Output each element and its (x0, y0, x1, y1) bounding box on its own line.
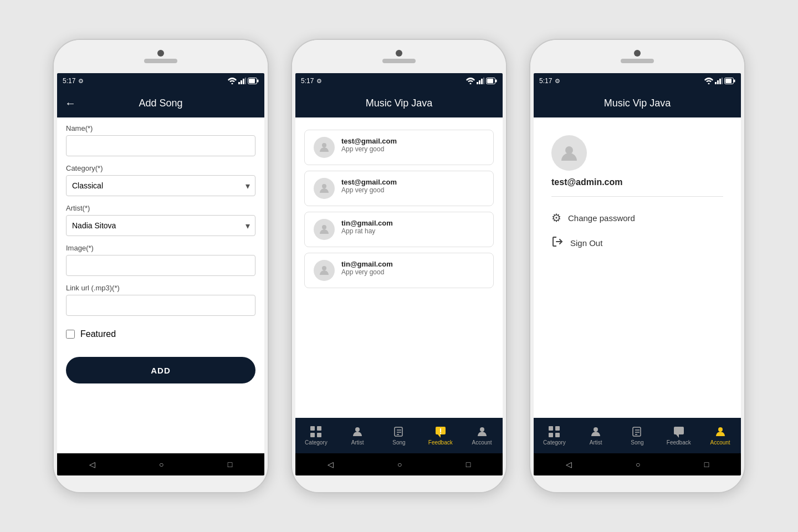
home-sys-btn-3[interactable]: ○ (636, 460, 640, 469)
app-bar-2: Music Vip Java (295, 89, 503, 117)
nav-artist-2[interactable]: Artist (337, 418, 378, 453)
app-title-3: Music Vip Java (604, 98, 671, 109)
image-group: Image(*) (66, 244, 255, 276)
svg-rect-11 (481, 79, 483, 84)
linkurl-group: Link url (.mp3)(*) (66, 284, 255, 316)
phone-3: 5:17 ⚙ (529, 39, 745, 493)
nav-account-label-3: Account (710, 439, 730, 446)
name-label: Name(*) (66, 124, 255, 132)
nav-artist-3[interactable]: Artist (575, 418, 617, 453)
grid-icon-3 (548, 426, 560, 438)
nav-category-label-3: Category (543, 439, 566, 446)
back-button-1[interactable]: ← (65, 97, 76, 110)
phone-1: 5:17 ⚙ (53, 39, 269, 493)
svg-point-0 (232, 83, 233, 85)
nav-account-label-2: Account (472, 439, 492, 446)
artist-group: Artist(*) Nadia Sitova Artist 2 Artist 3… (66, 204, 255, 236)
featured-row: Featured (66, 324, 255, 345)
featured-checkbox[interactable] (66, 330, 75, 339)
nav-song-3[interactable]: Song (617, 418, 658, 453)
add-button[interactable]: ADD (66, 357, 255, 383)
back-sys-btn-1[interactable]: ◁ (89, 460, 95, 469)
svg-rect-23 (317, 433, 321, 437)
svg-rect-40 (725, 79, 732, 83)
feedback-item-2: tin@gmail.com App rat hay (304, 212, 494, 247)
category-select-wrapper: Classical Pop Rock Jazz ▾ (66, 175, 255, 196)
svg-marker-30 (438, 434, 441, 438)
svg-rect-14 (487, 79, 493, 83)
account-content: test@admin.com ⚙ Change password Sign Ou… (534, 117, 741, 418)
nav-feedback-2[interactable]: Feedback (420, 418, 461, 453)
nav-account-3[interactable]: Account (699, 418, 741, 453)
svg-rect-46 (555, 433, 560, 437)
nav-category-2[interactable]: Category (295, 418, 337, 453)
feedback-msg-3: App very good (341, 268, 393, 276)
linkurl-input[interactable] (66, 295, 255, 316)
recents-sys-btn-3[interactable]: □ (704, 460, 709, 469)
signal-icon-1 (238, 78, 246, 84)
phone-top-1 (54, 40, 268, 73)
nav-feedback-3[interactable]: Feedback (658, 418, 699, 453)
person-icon-2 (351, 426, 364, 438)
name-input[interactable] (66, 135, 255, 156)
account-icon-3 (714, 426, 727, 438)
svg-rect-36 (717, 80, 719, 84)
category-label: Category(*) (66, 164, 255, 172)
signal-icon-3 (715, 78, 723, 84)
sign-out-option[interactable]: Sign Out (551, 230, 723, 256)
time-1: 5:17 (63, 77, 75, 85)
nav-feedback-label-3: Feedback (667, 439, 691, 446)
nav-artist-label-3: Artist (590, 439, 602, 446)
svg-point-8 (470, 83, 472, 85)
time-3: 5:17 (539, 77, 552, 85)
screen-2: 5:17 ⚙ (295, 73, 503, 475)
feedback-email-1: test@gmail.com (341, 178, 397, 186)
form-content: Name(*) Category(*) Classical Pop Rock J… (57, 117, 264, 453)
feedback-avatar-3 (314, 260, 335, 281)
nav-feedback-label-2: Feedback (428, 439, 453, 446)
artist-label: Artist(*) (66, 204, 255, 212)
feedback-email-0: test@gmail.com (341, 137, 397, 145)
svg-rect-12 (483, 78, 484, 84)
speaker-1 (144, 59, 177, 63)
nav-category-3[interactable]: Category (534, 418, 575, 453)
account-section: test@admin.com ⚙ Change password Sign Ou… (543, 124, 732, 267)
gear-icon-1: ⚙ (78, 78, 84, 85)
svg-rect-6 (249, 79, 255, 83)
category-select[interactable]: Classical Pop Rock Jazz (66, 175, 255, 196)
account-icon-2 (476, 426, 488, 438)
nav-account-2[interactable]: Account (461, 418, 503, 453)
svg-rect-32 (440, 433, 441, 434)
recents-sys-btn-1[interactable]: □ (228, 460, 232, 469)
image-input[interactable] (66, 255, 255, 276)
svg-point-17 (322, 184, 326, 188)
recents-sys-btn-2[interactable]: □ (466, 460, 470, 469)
home-sys-btn-1[interactable]: ○ (159, 460, 163, 469)
svg-point-16 (322, 143, 326, 147)
bottom-nav-2: Category Artist Song (295, 418, 503, 453)
svg-rect-21 (317, 426, 321, 431)
phone-bottom-3 (530, 475, 744, 492)
svg-marker-53 (676, 434, 679, 438)
music-icon-2 (393, 426, 405, 438)
avatar-icon (559, 143, 579, 163)
screen-1: 5:17 ⚙ (57, 73, 264, 475)
svg-rect-15 (495, 80, 497, 83)
speaker-2 (382, 59, 416, 63)
artist-select[interactable]: Nadia Sitova Artist 2 Artist 3 (66, 215, 255, 236)
time-2: 5:17 (301, 77, 314, 85)
home-sys-btn-2[interactable]: ○ (397, 460, 402, 469)
status-bar-3: 5:17 ⚙ (534, 73, 741, 89)
nav-song-2[interactable]: Song (378, 418, 420, 453)
back-sys-btn-2[interactable]: ◁ (328, 460, 334, 469)
artist-select-wrapper: Nadia Sitova Artist 2 Artist 3 ▾ (66, 215, 255, 236)
screen-3: 5:17 ⚙ (534, 73, 741, 475)
back-sys-btn-3[interactable]: ◁ (566, 460, 572, 469)
change-password-option[interactable]: ⚙ Change password (551, 206, 723, 230)
linkurl-label: Link url (.mp3)(*) (66, 284, 255, 292)
person-icon-3 (590, 426, 602, 438)
signal-icon-2 (477, 78, 484, 84)
battery-icon-2 (486, 78, 497, 84)
signout-icon (551, 236, 564, 250)
svg-point-54 (718, 427, 723, 432)
